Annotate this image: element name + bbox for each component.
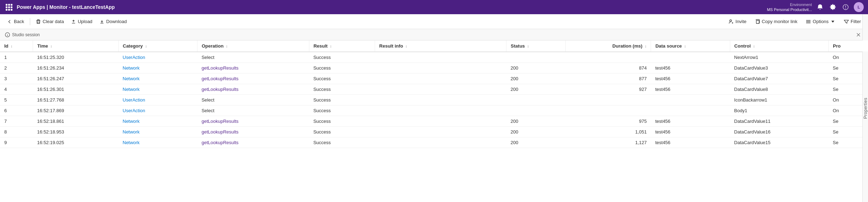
cell-control: DataCardValue8 (730, 84, 829, 95)
cell-result: Success (309, 127, 375, 137)
settings-button[interactable] (828, 2, 837, 12)
upload-label: Upload (78, 19, 92, 24)
svg-rect-1 (756, 20, 759, 23)
data-table: Id ↕ Time ↕ Category ↕ Operation ↕ Resul… (0, 40, 868, 148)
col-header-control[interactable]: Control ↕ (730, 40, 829, 52)
table-row[interactable]: 5 16:51:27.768 UserAction Select Success… (0, 95, 868, 105)
notifications-button[interactable] (815, 2, 825, 12)
filter-button[interactable]: Filter (841, 17, 864, 26)
app-title: Power Apps | Monitor - testLanceTestApp (17, 4, 115, 10)
cell-time: 16:51:26.234 (33, 63, 119, 73)
cell-datasource: test456 (651, 116, 730, 127)
environment-name: MS Personal Productivit... (767, 7, 812, 12)
back-button[interactable]: Back (4, 17, 27, 26)
col-header-category[interactable]: Category ↕ (118, 40, 197, 52)
cell-category: Network (118, 73, 197, 84)
table-header-row: Id ↕ Time ↕ Category ↕ Operation ↕ Resul… (0, 40, 868, 52)
cell-category: Network (118, 116, 197, 127)
options-button[interactable]: Options (803, 17, 838, 26)
cell-result: Success (309, 84, 375, 95)
help-button[interactable] (841, 2, 850, 12)
operation-link[interactable]: getLookupResults (201, 87, 238, 92)
cell-id: 6 (0, 105, 33, 116)
nav-right: Environment MS Personal Productivit... L (767, 2, 864, 12)
col-header-pro[interactable]: Pro (829, 40, 868, 52)
cell-time: 16:52:18.953 (33, 127, 119, 137)
cell-category: UserAction (118, 105, 197, 116)
col-header-result[interactable]: Result ↕ (309, 40, 375, 52)
table-row[interactable]: 9 16:52:19.025 Network getLookupResults … (0, 137, 868, 148)
table-row[interactable]: 2 16:51:26.234 Network getLookupResults … (0, 63, 868, 73)
col-header-id[interactable]: Id ↕ (0, 40, 33, 52)
cell-resultinfo (375, 73, 506, 84)
filter-icon (844, 19, 849, 24)
col-header-datasource[interactable]: Data source ↕ (651, 40, 730, 52)
cell-time: 16:52:18.861 (33, 116, 119, 127)
copy-monitor-link-button[interactable]: Copy monitor link (752, 17, 800, 26)
cell-category: Network (118, 63, 197, 73)
cell-id: 1 (0, 52, 33, 63)
cell-time: 16:51:27.768 (33, 95, 119, 105)
top-navbar: Power Apps | Monitor - testLanceTestApp … (0, 0, 868, 14)
toolbar-right: Invite Copy monitor link Options Filter (726, 17, 864, 26)
col-header-operation[interactable]: Operation ↕ (197, 40, 309, 52)
cell-resultinfo (375, 52, 506, 63)
table-row[interactable]: 3 16:51:26.247 Network getLookupResults … (0, 73, 868, 84)
cell-result: Success (309, 116, 375, 127)
download-label: Download (106, 19, 127, 24)
operation-link[interactable]: getLookupResults (201, 140, 238, 145)
cell-status: 200 (506, 116, 566, 127)
table-row[interactable]: 6 16:52:17.869 UserAction Select Success… (0, 105, 868, 116)
col-header-status[interactable]: Status ↕ (506, 40, 566, 52)
cell-id: 2 (0, 63, 33, 73)
session-close-button[interactable] (854, 32, 863, 38)
cell-operation: Select (197, 52, 309, 63)
col-header-resultinfo[interactable]: Result info ↕ (375, 40, 506, 52)
cell-operation: getLookupResults (197, 127, 309, 137)
table-row[interactable]: 8 16:52:18.953 Network getLookupResults … (0, 127, 868, 137)
cell-control: DataCardValue3 (730, 63, 829, 73)
cell-operation: getLookupResults (197, 116, 309, 127)
operation-link[interactable]: getLookupResults (201, 65, 238, 71)
operation-link[interactable]: getLookupResults (201, 76, 238, 81)
cell-time: 16:51:26.301 (33, 84, 119, 95)
waffle-button[interactable] (4, 2, 14, 12)
cell-result: Success (309, 73, 375, 84)
invite-button[interactable]: Invite (726, 17, 749, 26)
options-icon (806, 19, 811, 24)
upload-icon (71, 19, 76, 24)
cell-datasource: test456 (651, 127, 730, 137)
copy-monitor-link-label: Copy monitor link (762, 19, 797, 24)
cell-status: 200 (506, 84, 566, 95)
cell-id: 5 (0, 95, 33, 105)
table-row[interactable]: 4 16:51:26.301 Network getLookupResults … (0, 84, 868, 95)
clear-data-button[interactable]: Clear data (33, 17, 67, 26)
cell-status (506, 95, 566, 105)
cell-result: Success (309, 63, 375, 73)
cell-operation: Select (197, 95, 309, 105)
operation-link[interactable]: getLookupResults (201, 129, 238, 135)
invite-label: Invite (736, 19, 747, 24)
download-button[interactable]: Download (97, 17, 130, 26)
cell-time: 16:51:26.247 (33, 73, 119, 84)
close-icon (856, 32, 861, 37)
table-row[interactable]: 1 16:51:25.320 UserAction Select Success… (0, 52, 868, 63)
cell-id: 8 (0, 127, 33, 137)
cell-status: 200 (506, 127, 566, 137)
cell-status: 200 (506, 137, 566, 148)
cell-duration: 975 (565, 116, 651, 127)
toolbar-divider-1 (30, 18, 30, 25)
col-header-duration[interactable]: Duration (ms) ↕ (565, 40, 651, 52)
cell-time: 16:52:19.025 (33, 137, 119, 148)
cell-category: Network (118, 137, 197, 148)
cell-status: 200 (506, 63, 566, 73)
svg-point-0 (729, 20, 731, 21)
col-header-time[interactable]: Time ↕ (33, 40, 119, 52)
table-row[interactable]: 7 16:52:18.861 Network getLookupResults … (0, 116, 868, 127)
operation-link[interactable]: getLookupResults (201, 119, 238, 124)
environment-label: Environment (767, 2, 812, 7)
cell-category: UserAction (118, 95, 197, 105)
avatar[interactable]: L (854, 2, 864, 12)
cell-operation: getLookupResults (197, 73, 309, 84)
upload-button[interactable]: Upload (68, 17, 95, 26)
